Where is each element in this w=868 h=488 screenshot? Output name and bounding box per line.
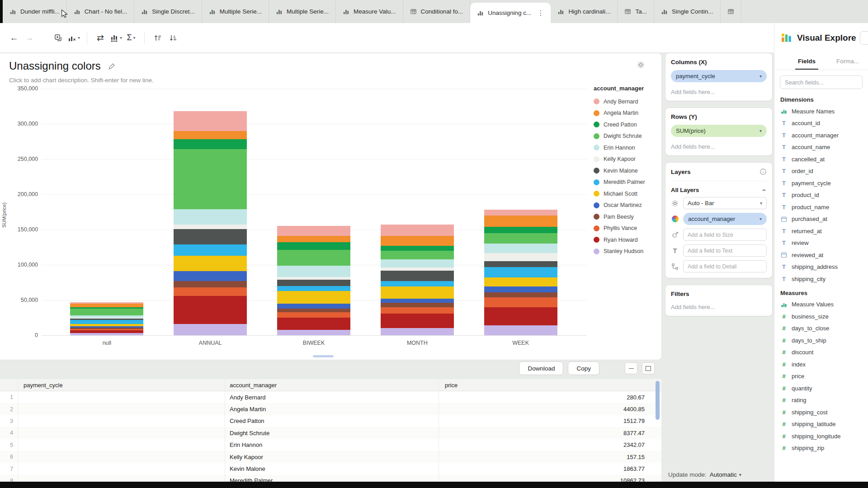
update-mode-select[interactable]: Automatic ▾ bbox=[710, 471, 741, 478]
bar-segment-oscar-martinez[interactable] bbox=[174, 271, 247, 281]
column-header-payment-cycle[interactable]: payment_cycle bbox=[18, 379, 225, 391]
bar-segment-meredith-palmer[interactable] bbox=[484, 267, 557, 277]
tab-single-discret[interactable]: Single Discret... bbox=[134, 0, 202, 23]
field-item-days-to-close[interactable]: #days_to_close bbox=[774, 323, 868, 335]
bar-segment-erin-hannon[interactable] bbox=[277, 266, 350, 277]
bar-segment-andy-bernard[interactable] bbox=[174, 111, 247, 131]
remove-chart-button[interactable]: ▾ bbox=[66, 30, 81, 46]
field-item-shipping-cost[interactable]: #shipping_cost bbox=[774, 406, 868, 418]
bar-month[interactable] bbox=[381, 225, 454, 335]
tab-multiple-serie[interactable]: Multiple Serie... bbox=[202, 0, 269, 23]
info-icon[interactable] bbox=[760, 168, 767, 175]
legend-item-creed-patton[interactable]: Creed Patton bbox=[594, 119, 661, 131]
tab-format[interactable]: Forma... bbox=[836, 52, 859, 70]
table-row[interactable]: 6Kelly Kapoor157.15 bbox=[0, 451, 661, 463]
table-row[interactable]: 7Kevin Malone1863.77 bbox=[0, 463, 661, 474]
field-item-returned-at[interactable]: Treturned_at bbox=[774, 225, 868, 237]
column-header-price[interactable]: price bbox=[439, 379, 650, 391]
field-item-business-size[interactable]: #business_size bbox=[774, 310, 868, 323]
bar-segment-angela-martin[interactable] bbox=[381, 236, 454, 246]
maximize-results-button[interactable] bbox=[642, 362, 655, 374]
tab-ta[interactable]: Ta... bbox=[618, 0, 654, 23]
text-field-input[interactable] bbox=[683, 244, 767, 257]
tab-unassigning-c[interactable]: Unassigning c...⋮ bbox=[470, 3, 551, 23]
bar-segment-erin-hannon[interactable] bbox=[484, 244, 557, 253]
table-row[interactable]: 4Dwight Schrute8377.47 bbox=[0, 427, 661, 439]
legend-item-michael-scott[interactable]: Michael Scott bbox=[594, 188, 661, 200]
bar-segment-stanley-hudson[interactable] bbox=[70, 333, 143, 335]
legend-item-ryan-howard[interactable]: Ryan Howard bbox=[594, 234, 661, 246]
field-item-price[interactable]: #price bbox=[774, 371, 868, 383]
bar-segment-meredith-palmer[interactable] bbox=[277, 286, 350, 291]
legend-item-kevin-malone[interactable]: Kevin Malone bbox=[594, 165, 661, 177]
bar-segment-ryan-howard[interactable] bbox=[484, 307, 557, 326]
download-button[interactable]: Download bbox=[519, 361, 563, 375]
field-item-rating[interactable]: #rating bbox=[774, 394, 868, 407]
legend-item-pam-beesly[interactable]: Pam Beesly bbox=[594, 211, 661, 223]
chart-title[interactable]: Unassigning colors bbox=[9, 60, 101, 72]
bar-segment-pam-beesly[interactable] bbox=[381, 303, 454, 307]
bar-segment-michael-scott[interactable] bbox=[277, 291, 350, 304]
bar-segment-oscar-martinez[interactable] bbox=[277, 304, 350, 309]
tab-high-cardinali[interactable]: High cardinali... bbox=[551, 0, 618, 23]
table-row[interactable]: 1Andy Bernard280.67 bbox=[0, 391, 661, 403]
table-row[interactable]: 2Angela Martin4400.85 bbox=[0, 403, 661, 415]
rows-field-pill[interactable]: SUM(price) ▾ bbox=[671, 125, 767, 137]
bar-segment-oscar-martinez[interactable] bbox=[484, 286, 557, 292]
columns-drop-placeholder[interactable]: Add fields here... bbox=[671, 89, 767, 95]
rows-drop-placeholder[interactable]: Add fields here... bbox=[671, 143, 767, 150]
table-row[interactable]: 5Erin Hannon2342.07 bbox=[0, 439, 661, 451]
bar-segment-creed-patton[interactable] bbox=[484, 227, 557, 233]
chevron-up-icon[interactable] bbox=[761, 188, 767, 193]
filters-drop-placeholder[interactable]: Add fields here... bbox=[671, 304, 767, 310]
bar-segment-michael-scott[interactable] bbox=[174, 256, 247, 271]
size-field-input[interactable] bbox=[683, 229, 767, 241]
bar-annual[interactable] bbox=[174, 111, 247, 335]
legend-item-andy-bernard[interactable]: Andy Bernard bbox=[594, 96, 661, 108]
field-item-account-id[interactable]: Taccount_id bbox=[774, 117, 868, 130]
bar-biweek[interactable] bbox=[277, 226, 350, 335]
bar-segment-phyllis-vance[interactable] bbox=[381, 307, 454, 314]
bar-segment-pam-beesly[interactable] bbox=[277, 309, 350, 312]
legend-item-dwight-schrute[interactable]: Dwight Schrute bbox=[594, 131, 661, 142]
bar-segment-ryan-howard[interactable] bbox=[277, 318, 350, 330]
tab-measure-valu[interactable]: Measure Valu... bbox=[336, 0, 403, 23]
tab-chart-no-fiel[interactable]: Chart - No fiel... bbox=[67, 0, 135, 23]
field-item-order-id[interactable]: Torder_id bbox=[774, 165, 868, 178]
forward-button[interactable]: → bbox=[22, 30, 37, 46]
bar-segment-phyllis-vance[interactable] bbox=[484, 297, 557, 307]
bar-segment-angela-martin[interactable] bbox=[484, 216, 557, 227]
tab-dunder-miffli[interactable]: Dunder miffli... bbox=[3, 0, 67, 23]
field-item-measure-names[interactable]: Measure Names bbox=[774, 105, 868, 117]
bar-segment-stanley-hudson[interactable] bbox=[484, 325, 557, 335]
bar-segment-stanley-hudson[interactable] bbox=[174, 324, 247, 335]
collapse-panel-button[interactable] bbox=[860, 31, 868, 45]
chart-settings-button[interactable] bbox=[637, 61, 645, 71]
bar-segment-dwight-schrute[interactable] bbox=[174, 149, 247, 209]
detail-field-input[interactable] bbox=[683, 260, 767, 272]
bar-segment-phyllis-vance[interactable] bbox=[277, 312, 350, 318]
field-item-reviewed-at[interactable]: reviewed_at bbox=[774, 249, 868, 261]
bar-segment-kevin-malone[interactable] bbox=[484, 261, 557, 267]
bar-segment-andy-bernard[interactable] bbox=[381, 225, 454, 236]
copy-button[interactable]: Copy bbox=[568, 361, 599, 375]
bar-segment-andy-bernard[interactable] bbox=[277, 226, 350, 236]
field-item-purchased-at[interactable]: purchased_at bbox=[774, 213, 868, 225]
bar-segment-creed-patton[interactable] bbox=[381, 246, 454, 251]
field-item-measure-values[interactable]: Measure Values bbox=[774, 299, 868, 311]
bar-segment-stanley-hudson[interactable] bbox=[381, 328, 454, 335]
field-item-product-name[interactable]: Tproduct_name bbox=[774, 201, 868, 213]
tab-single-contin[interactable]: Single Contin... bbox=[654, 0, 721, 23]
bar-segment-angela-martin[interactable] bbox=[277, 236, 350, 242]
bar-segment-meredith-palmer[interactable] bbox=[174, 244, 247, 256]
field-item-quantity[interactable]: #quantity bbox=[774, 382, 868, 394]
legend-item-meredith-palmer[interactable]: Meredith Palmer bbox=[594, 177, 661, 188]
sort-descending-button[interactable] bbox=[165, 30, 181, 46]
field-item-review[interactable]: Treview bbox=[774, 237, 868, 249]
legend-item-kelly-kapoor[interactable]: Kelly Kapoor bbox=[594, 154, 661, 165]
tab-menu-icon[interactable]: ⋮ bbox=[537, 9, 544, 17]
bar-segment-phyllis-vance[interactable] bbox=[174, 287, 247, 296]
legend-item-phyllis-vance[interactable]: Phyllis Vance bbox=[594, 223, 661, 235]
field-item-cancelled-at[interactable]: Tcancelled_at bbox=[774, 153, 868, 165]
bar-segment-pam-beesly[interactable] bbox=[174, 281, 247, 287]
